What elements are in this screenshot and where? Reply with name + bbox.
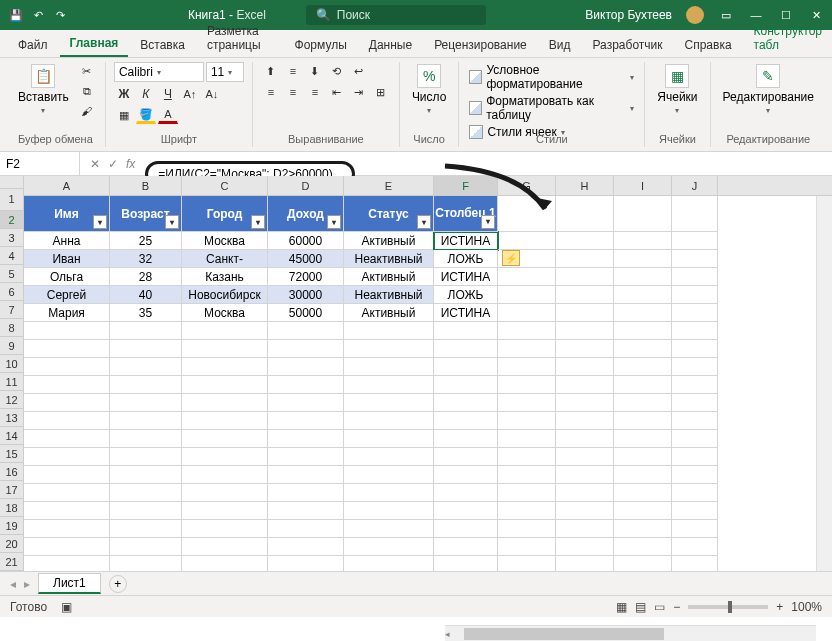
cell[interactable] (672, 538, 718, 556)
cell[interactable] (110, 538, 182, 556)
row-header-5[interactable]: 5 (0, 265, 23, 283)
cell[interactable]: Активный (344, 232, 434, 250)
zoom-out-icon[interactable]: − (673, 600, 680, 614)
align-left-icon[interactable]: ≡ (261, 83, 281, 101)
cell[interactable] (614, 340, 672, 358)
col-header-F[interactable]: F (434, 176, 498, 195)
wrap-text-icon[interactable]: ↩ (349, 62, 369, 80)
cell[interactable] (24, 556, 110, 571)
cell[interactable] (556, 466, 614, 484)
cell[interactable] (110, 448, 182, 466)
format-as-table-button[interactable]: Форматировать как таблицу▾ (467, 93, 636, 123)
cell[interactable] (344, 484, 434, 502)
tab-insert[interactable]: Вставка (130, 33, 195, 57)
sheet-nav-prev-icon[interactable]: ◂ (10, 577, 16, 591)
cell[interactable]: ЛОЖЬ (434, 286, 498, 304)
cell[interactable]: Мария (24, 304, 110, 322)
row-header-11[interactable]: 11 (0, 373, 23, 391)
search-box[interactable]: 🔍 Поиск (306, 5, 486, 25)
vertical-scrollbar[interactable] (816, 196, 832, 571)
cell[interactable]: Неактивный (344, 250, 434, 268)
cell[interactable]: 40 (110, 286, 182, 304)
row-header-21[interactable]: 21 (0, 553, 23, 571)
tab-formulas[interactable]: Формулы (285, 33, 357, 57)
increase-font-icon[interactable]: A↑ (180, 85, 200, 103)
fx-icon[interactable]: fx (126, 157, 135, 171)
cell[interactable]: Активный (344, 268, 434, 286)
header-col1[interactable]: Столбец 1▾ (434, 196, 498, 232)
cell[interactable] (498, 394, 556, 412)
cell[interactable] (498, 412, 556, 430)
cell[interactable] (182, 520, 268, 538)
col-header-C[interactable]: C (182, 176, 268, 195)
cell[interactable] (268, 394, 344, 412)
cell[interactable] (344, 448, 434, 466)
cell[interactable] (434, 448, 498, 466)
cell[interactable]: Москва (182, 304, 268, 322)
cell[interactable] (556, 430, 614, 448)
cell[interactable] (556, 304, 614, 322)
italic-button[interactable]: К (136, 85, 156, 103)
tab-view[interactable]: Вид (539, 33, 581, 57)
cell[interactable] (614, 304, 672, 322)
font-size-combo[interactable]: 11▾ (206, 62, 244, 82)
cell[interactable] (614, 358, 672, 376)
ribbon-display-icon[interactable]: ▭ (718, 7, 734, 23)
cell[interactable] (182, 358, 268, 376)
cell[interactable] (344, 466, 434, 484)
cell[interactable] (344, 394, 434, 412)
cell[interactable] (182, 448, 268, 466)
sheet-nav-next-icon[interactable]: ▸ (24, 577, 30, 591)
tab-help[interactable]: Справка (675, 33, 742, 57)
cell[interactable]: 25 (110, 232, 182, 250)
row-header-2[interactable]: 2 (0, 211, 23, 229)
cut-icon[interactable]: ✂ (77, 62, 97, 80)
cell[interactable]: Сергей (24, 286, 110, 304)
tab-data[interactable]: Данные (359, 33, 422, 57)
cell[interactable] (182, 556, 268, 571)
cell[interactable] (182, 538, 268, 556)
cell[interactable]: Неактивный (344, 286, 434, 304)
tab-file[interactable]: Файл (8, 33, 58, 57)
select-all-corner[interactable] (0, 176, 23, 189)
filter-icon[interactable]: ▾ (251, 215, 265, 229)
format-painter-icon[interactable]: 🖌 (77, 102, 97, 120)
cell[interactable] (434, 340, 498, 358)
filter-icon[interactable]: ▾ (165, 215, 179, 229)
cell[interactable] (434, 394, 498, 412)
cell[interactable] (556, 412, 614, 430)
cell[interactable] (498, 232, 556, 250)
col-header-A[interactable]: A (24, 176, 110, 195)
cell[interactable] (110, 394, 182, 412)
cell[interactable]: 28 (110, 268, 182, 286)
row-header-19[interactable]: 19 (0, 517, 23, 535)
cell[interactable] (268, 538, 344, 556)
row-header-17[interactable]: 17 (0, 481, 23, 499)
cell[interactable] (614, 520, 672, 538)
cell[interactable] (498, 520, 556, 538)
add-sheet-icon[interactable]: + (109, 575, 127, 593)
cell[interactable] (672, 556, 718, 571)
undo-icon[interactable]: ↶ (30, 7, 46, 23)
cells-button[interactable]: ▦ Ячейки ▾ (653, 62, 701, 117)
smart-tag-icon[interactable]: ⚡ (502, 250, 520, 266)
cell[interactable] (182, 430, 268, 448)
borders-icon[interactable]: ▦ (114, 106, 134, 124)
align-center-icon[interactable]: ≡ (283, 83, 303, 101)
cell[interactable] (110, 520, 182, 538)
cell[interactable] (614, 376, 672, 394)
cell[interactable]: 60000 (268, 232, 344, 250)
filter-icon[interactable]: ▾ (417, 215, 431, 229)
cell[interactable] (110, 430, 182, 448)
conditional-formatting-button[interactable]: Условное форматирование▾ (467, 62, 636, 92)
header-name[interactable]: Имя▾ (24, 196, 110, 232)
increase-indent-icon[interactable]: ⇥ (349, 83, 369, 101)
cell[interactable] (614, 502, 672, 520)
cancel-formula-icon[interactable]: ✕ (90, 157, 100, 171)
cell[interactable]: 32 (110, 250, 182, 268)
macro-record-icon[interactable]: ▣ (61, 600, 72, 614)
cell[interactable] (110, 502, 182, 520)
row-header-10[interactable]: 10 (0, 355, 23, 373)
cell[interactable] (268, 358, 344, 376)
cell[interactable] (614, 322, 672, 340)
